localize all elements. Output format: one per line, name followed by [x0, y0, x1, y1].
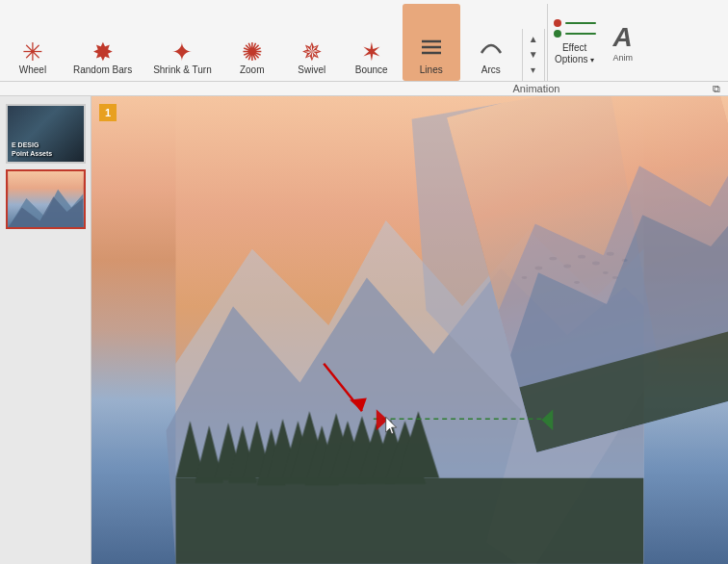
animation-a-label: Anim — [612, 53, 633, 63]
animation-button[interactable]: A Anim — [604, 4, 642, 81]
slide-thumbnail-1[interactable]: E DESIG Point Assets — [6, 104, 86, 164]
effect-options-button[interactable]: EffectOptions ▾ — [554, 4, 596, 81]
ribbon-item-wheel[interactable]: ✳ Wheel — [4, 4, 62, 81]
ribbon-item-arcs[interactable]: Arcs — [462, 4, 520, 81]
effect-icon-row2 — [554, 30, 596, 38]
svg-rect-27 — [176, 478, 644, 564]
arcs-icon — [478, 34, 505, 64]
slide-thumbnail-2[interactable] — [6, 169, 86, 229]
slides-panel: E DESIG Point Assets — [0, 96, 91, 564]
ribbon: ✳ Wheel ✸ Random Bars ✦ Shrink & Turn ✺ … — [0, 0, 728, 96]
zoom-icon: ✺ — [242, 39, 263, 64]
slide-1-text: E DESIG Point Assets — [12, 141, 52, 158]
red-dot — [554, 19, 561, 27]
zoom-label: Zoom — [240, 64, 265, 75]
swivel-icon: ✵ — [301, 39, 323, 64]
slide-number-badge: 1 — [99, 104, 117, 121]
green-dot — [554, 30, 561, 38]
random-bars-label: Random Bars — [73, 64, 132, 75]
bounce-label: Bounce — [355, 64, 388, 75]
lines-icon — [418, 34, 445, 64]
arcs-label: Arcs — [481, 64, 501, 75]
ribbon-item-zoom[interactable]: ✺ Zoom — [223, 4, 281, 81]
ribbon-item-shrink-turn[interactable]: ✦ Shrink & Turn — [143, 4, 221, 81]
animation-section-label: Animation — [360, 83, 713, 94]
lines-label: Lines — [420, 64, 443, 75]
swivel-label: Swivel — [298, 64, 325, 75]
slide-2-mountains-svg — [8, 171, 84, 227]
effect-options-icon — [554, 19, 596, 38]
canvas-area: 1 — [91, 96, 728, 564]
bounce-icon: ✶ — [361, 39, 382, 64]
ribbon-item-swivel[interactable]: ✵ Swivel — [283, 4, 341, 81]
slide-canvas — [91, 96, 728, 564]
slide-1-title-line1: E DESIG — [12, 141, 52, 149]
slide-1-title-line2: Point Assets — [12, 150, 52, 158]
ribbon-items: ✳ Wheel ✸ Random Bars ✦ Shrink & Turn ✺ … — [0, 0, 728, 81]
animation-a-icon: A — [613, 22, 633, 53]
effect-options-group: EffectOptions ▾ — [547, 4, 602, 81]
scroll-more-button[interactable]: ▾ — [525, 64, 542, 77]
wheel-label: Wheel — [19, 64, 46, 75]
effect-icon-row1 — [554, 19, 596, 27]
green-line-2 — [565, 33, 596, 35]
scroll-down-button[interactable]: ▼ — [525, 48, 542, 62]
shrink-turn-icon: ✦ — [171, 39, 193, 64]
wheel-icon: ✳ — [22, 39, 43, 64]
dropdown-arrow-icon: ▾ — [590, 56, 594, 64]
ribbon-item-random-bars[interactable]: ✸ Random Bars — [64, 4, 142, 81]
ribbon-item-bounce[interactable]: ✶ Bounce — [343, 4, 401, 81]
main-area: E DESIG Point Assets — [0, 96, 728, 564]
ribbon-label-bar: Animation ⧉ — [0, 81, 728, 95]
ribbon-scroll: ▲ ▼ ▾ — [522, 29, 545, 81]
ribbon-expand-icon[interactable]: ⧉ — [713, 83, 720, 95]
scroll-up-button[interactable]: ▲ — [525, 33, 542, 46]
effect-options-label: EffectOptions ▾ — [555, 42, 594, 65]
shrink-turn-label: Shrink & Turn — [153, 64, 212, 75]
ribbon-item-lines[interactable]: Lines — [403, 4, 460, 81]
random-bars-icon: ✸ — [92, 39, 114, 64]
green-line-1 — [565, 22, 596, 24]
